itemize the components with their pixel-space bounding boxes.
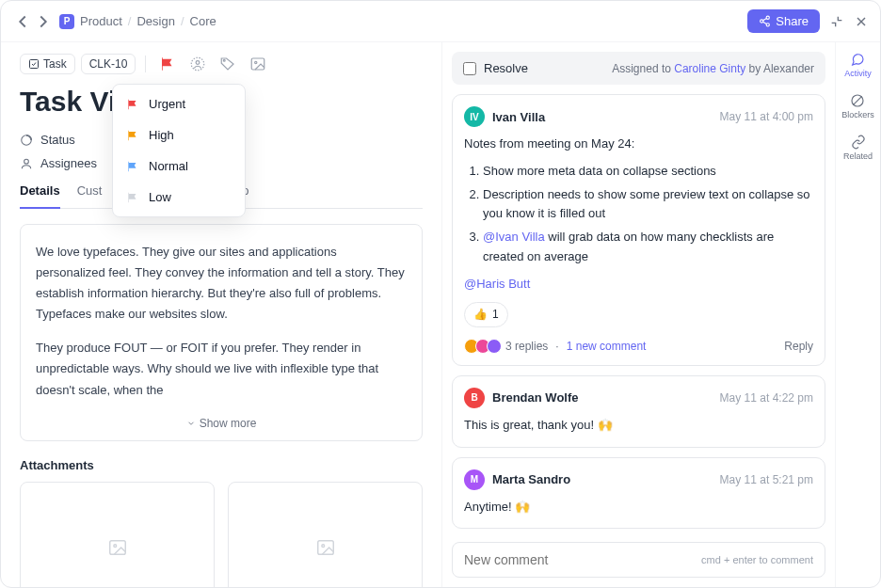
svg-point-14 — [24, 159, 29, 164]
description-card: We love typefaces. They give our sites a… — [20, 224, 423, 441]
priority-dropdown: Urgent High Normal Low — [112, 84, 246, 217]
comment-author: Marta Sandro — [492, 472, 570, 486]
reply-avatars — [464, 339, 498, 354]
tab-details[interactable]: Details — [20, 183, 60, 209]
close-icon[interactable] — [854, 14, 869, 29]
task-id-chip[interactable]: CLK-10 — [81, 54, 136, 74]
svg-point-2 — [766, 24, 769, 26]
breadcrumb[interactable]: P Product / Design / Core — [59, 14, 216, 29]
assigned-to: Assigned to Caroline Ginty by Alexander — [612, 62, 814, 75]
priority-low[interactable]: Low — [113, 182, 245, 213]
compose-box[interactable]: cmd + enter to comment — [452, 542, 825, 578]
sidebar-activity[interactable]: Activity — [844, 52, 872, 78]
product-icon: P — [59, 14, 74, 29]
nav-back[interactable] — [12, 11, 33, 32]
svg-line-4 — [763, 22, 767, 24]
svg-rect-11 — [252, 58, 265, 70]
chat-icon — [850, 52, 865, 67]
svg-point-10 — [224, 59, 226, 61]
resolve-checkbox[interactable] — [463, 62, 476, 75]
comment-thread: M Marta Sandro May 11 at 5:21 pm Anytime… — [452, 457, 825, 530]
assignee-icon[interactable] — [189, 56, 206, 72]
image-icon — [107, 537, 128, 558]
comment-thread: IV Ivan Villa May 11 at 4:00 pm Notes fr… — [452, 94, 825, 366]
avatar: B — [464, 388, 485, 408]
status-icon — [20, 134, 33, 147]
person-icon — [20, 157, 33, 170]
avatar: IV — [464, 106, 485, 127]
block-icon — [850, 93, 865, 108]
svg-point-12 — [255, 61, 257, 63]
comment-thread: B Brendan Wolfe May 11 at 4:22 pm This i… — [452, 375, 825, 448]
comment-author: Ivan Villa — [492, 110, 545, 124]
comment-body: This is great, thank you! 🙌 — [464, 416, 813, 436]
svg-point-9 — [197, 61, 200, 65]
mention[interactable]: @Haris Butt — [464, 275, 813, 294]
crumb-root[interactable]: Product — [80, 14, 122, 28]
svg-line-3 — [763, 19, 767, 21]
link-icon — [851, 135, 866, 150]
show-more-button[interactable]: Show more — [36, 414, 407, 433]
tag-icon[interactable] — [219, 56, 236, 72]
priority-flag-icon[interactable] — [159, 56, 176, 72]
reply-button[interactable]: Reply — [784, 340, 813, 353]
avatar: M — [464, 469, 485, 490]
image-icon — [315, 537, 336, 558]
nav-forward[interactable] — [33, 11, 54, 32]
comment-author: Brendan Wolfe — [492, 390, 579, 405]
replies-count[interactable]: 3 replies — [505, 340, 548, 353]
attachments-heading: Attachments — [20, 458, 423, 472]
svg-rect-7 — [30, 60, 39, 69]
svg-point-0 — [766, 16, 769, 19]
comment-body: Notes from meeting on May 24: Show more … — [464, 135, 813, 327]
comment-time: May 11 at 4:22 pm — [720, 391, 813, 405]
svg-point-16 — [113, 545, 116, 548]
comment-body: Anytime! 🙌 — [464, 498, 813, 517]
comment-time: May 11 at 5:21 pm — [720, 473, 813, 486]
priority-urgent[interactable]: Urgent — [113, 88, 245, 119]
compose-input[interactable] — [464, 552, 701, 567]
description-p1: We love typefaces. They give our sites a… — [36, 242, 407, 325]
sidebar-related[interactable]: Related — [843, 135, 873, 161]
collapse-icon[interactable] — [829, 14, 844, 29]
priority-normal[interactable]: Normal — [113, 151, 245, 182]
task-type-chip[interactable]: Task — [20, 54, 75, 74]
compose-hint: cmd + enter to comment — [701, 554, 813, 565]
share-button[interactable]: Share — [747, 9, 820, 33]
new-comment-badge[interactable]: 1 new comment — [567, 340, 647, 353]
crumb-mid[interactable]: Design — [136, 14, 174, 28]
sidebar-blockers[interactable]: Blockers — [841, 93, 874, 119]
priority-high[interactable]: High — [113, 119, 245, 151]
resolve-bar: Resolve Assigned to Caroline Ginty by Al… — [452, 52, 825, 85]
image-icon[interactable] — [249, 56, 266, 72]
comment-time: May 11 at 4:00 pm — [720, 110, 813, 123]
svg-point-18 — [321, 545, 324, 548]
resolve-label: Resolve — [484, 61, 528, 75]
attachment-2[interactable] — [228, 482, 423, 587]
chevron-down-icon — [186, 419, 196, 428]
svg-line-20 — [854, 96, 862, 104]
crumb-leaf[interactable]: Core — [190, 14, 216, 28]
attachment-1[interactable] — [20, 482, 215, 587]
reaction-button[interactable]: 👍1 — [464, 302, 508, 327]
svg-rect-17 — [317, 541, 333, 555]
svg-rect-15 — [109, 541, 125, 555]
svg-point-1 — [761, 20, 763, 23]
description-p2: They produce FOUT — or FOIT if you prefe… — [36, 338, 407, 400]
tab-custom[interactable]: Cust — [77, 183, 103, 208]
